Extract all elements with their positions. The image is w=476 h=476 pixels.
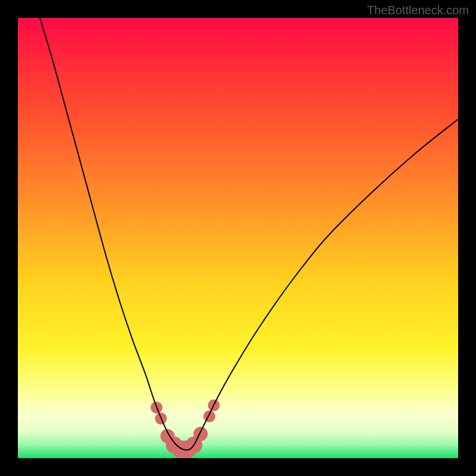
watermark-text: TheBottleneck.com — [367, 4, 469, 17]
marker-dot — [203, 411, 215, 422]
marker-dot — [193, 427, 208, 441]
chart-background — [18, 18, 458, 458]
chart-canvas — [18, 18, 458, 458]
chart-svg — [18, 18, 458, 458]
